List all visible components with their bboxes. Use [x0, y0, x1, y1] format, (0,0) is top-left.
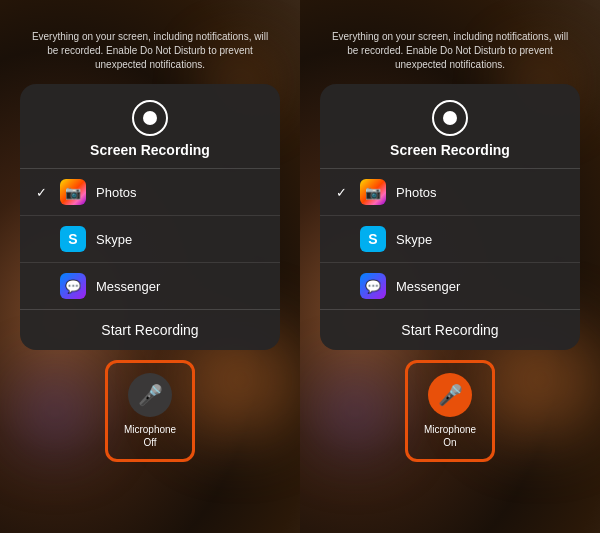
app-list-right: ✓ 📷 Photos ✓ S Skype ✓ 💬 Messenger [320, 169, 580, 309]
microphone-section-left: 🎤 Microphone Off [20, 360, 280, 462]
list-item-messenger-right[interactable]: ✓ 💬 Messenger [320, 263, 580, 309]
app-name-skype-left: Skype [96, 232, 132, 247]
checkmark-photos-right: ✓ [336, 185, 350, 200]
checkmark-photos-left: ✓ [36, 185, 50, 200]
messenger-icon-left: 💬 [60, 273, 86, 299]
app-name-photos-right: Photos [396, 185, 436, 200]
mic-label-right: Microphone On [424, 423, 476, 449]
list-item-skype-right[interactable]: ✓ S Skype [320, 216, 580, 263]
photos-icon-left: 📷 [60, 179, 86, 205]
mic-box-right[interactable]: 🎤 Microphone On [405, 360, 495, 462]
list-item-messenger-left[interactable]: ✓ 💬 Messenger [20, 263, 280, 309]
app-list-left: ✓ 📷 Photos ✓ S Skype ✓ 💬 Messenger [20, 169, 280, 309]
mic-circle-right: 🎤 [428, 373, 472, 417]
list-item-photos-left[interactable]: ✓ 📷 Photos [20, 169, 280, 216]
start-recording-label-right: Start Recording [401, 322, 498, 338]
record-inner-right [443, 111, 457, 125]
app-name-messenger-left: Messenger [96, 279, 160, 294]
warning-text-left: Everything on your screen, including not… [20, 30, 280, 72]
record-icon-right [432, 100, 468, 136]
start-recording-label-left: Start Recording [101, 322, 198, 338]
modal-right: Screen Recording ✓ 📷 Photos ✓ S Skype ✓ … [320, 84, 580, 350]
app-name-photos-left: Photos [96, 185, 136, 200]
modal-left: Screen Recording ✓ 📷 Photos ✓ S Skype ✓ … [20, 84, 280, 350]
modal-header-right: Screen Recording [320, 84, 580, 168]
mic-box-left[interactable]: 🎤 Microphone Off [105, 360, 195, 462]
modal-header-left: Screen Recording [20, 84, 280, 168]
start-recording-btn-left[interactable]: Start Recording [20, 309, 280, 350]
mic-circle-left: 🎤 [128, 373, 172, 417]
mic-label-left: Microphone Off [124, 423, 176, 449]
skype-icon-right: S [360, 226, 386, 252]
right-panel: Everything on your screen, including not… [300, 0, 600, 533]
photos-icon-right: 📷 [360, 179, 386, 205]
record-icon-left [132, 100, 168, 136]
messenger-icon-right: 💬 [360, 273, 386, 299]
modal-title-right: Screen Recording [390, 142, 510, 158]
modal-title-left: Screen Recording [90, 142, 210, 158]
record-inner-left [143, 111, 157, 125]
microphone-section-right: 🎤 Microphone On [320, 360, 580, 462]
left-panel: Everything on your screen, including not… [0, 0, 300, 533]
mic-icon-right: 🎤 [438, 383, 463, 407]
list-item-skype-left[interactable]: ✓ S Skype [20, 216, 280, 263]
warning-text-right: Everything on your screen, including not… [320, 30, 580, 72]
mic-icon-left: 🎤 [138, 383, 163, 407]
app-name-skype-right: Skype [396, 232, 432, 247]
list-item-photos-right[interactable]: ✓ 📷 Photos [320, 169, 580, 216]
skype-icon-left: S [60, 226, 86, 252]
start-recording-btn-right[interactable]: Start Recording [320, 309, 580, 350]
app-name-messenger-right: Messenger [396, 279, 460, 294]
